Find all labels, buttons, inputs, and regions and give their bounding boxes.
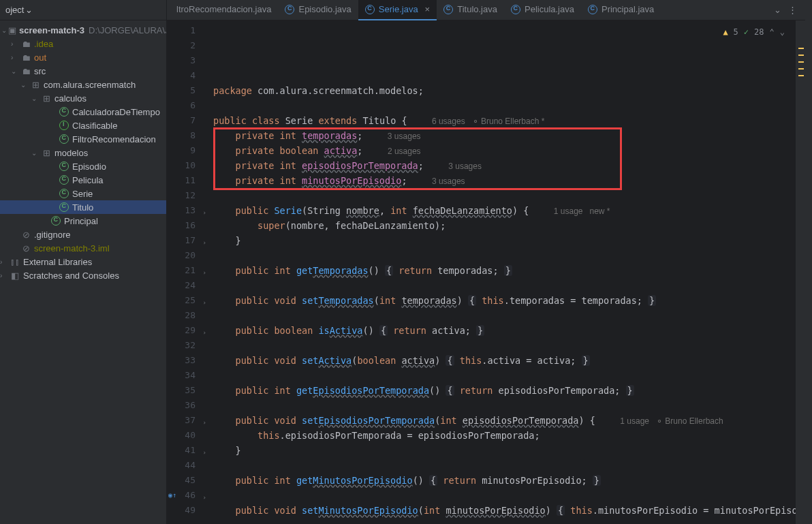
close-icon[interactable]: × [425,4,431,14]
code-line-24[interactable] [213,338,796,353]
tree-item-com-alura-screenmatch[interactable]: ⌄⊞com.alura.screenmatch [0,78,166,91]
tree-item-external-libraries[interactable]: ›⫿⫿External Libraries [0,255,166,268]
tree-label: Serie [72,189,93,199]
warning-icon[interactable]: ▲ [723,25,728,40]
chevron-icon[interactable]: ⌄ [31,95,40,102]
chevron-icon[interactable]: › [11,54,19,61]
code-line-8[interactable] [213,188,796,203]
error-stripe[interactable] [796,20,805,524]
tree-label: .idea [34,39,53,49]
tree-item-episodio[interactable]: Episodio [0,159,166,173]
chevron-icon[interactable]: › [0,272,8,279]
code-line-37[interactable]: public int getMinutosPorEpisodio() { ret… [213,473,796,488]
tree-label: CalculadoraDeTiempo [72,107,160,117]
code-line-10[interactable]: super(nombre, fechaDeLanzamiento); [213,218,796,233]
override-icon[interactable]: ◉↑ [168,488,176,503]
tree-item--idea[interactable]: ›🖿.idea [0,37,166,50]
tree-item-serie[interactable]: Serie [0,187,166,200]
tree-item-modelos[interactable]: ⌄⊞modelos [0,146,166,159]
main-area: ltroRecomendacion.javaEpisodio.javaSerie… [167,0,805,524]
code-line-17[interactable]: public void setTemporadas(int temporadas… [213,293,796,308]
ok-icon[interactable]: ✓ [744,25,749,40]
code-line-44[interactable] [213,518,796,524]
more-icon[interactable]: ⋮ [788,5,797,15]
code-line-41[interactable]: public void setMinutosPorEpisodio(int mi… [213,503,796,518]
chevron-down-icon[interactable]: ⌄ [25,5,33,15]
tab-episodio-java[interactable]: Episodio.java [278,0,358,20]
chevron-icon[interactable]: › [11,40,19,48]
fold-icon[interactable]: › [203,295,206,310]
tree-item-calculos[interactable]: ⌄⊞calculos [0,91,166,105]
code-line-13[interactable]: public int getTemporadas() { return temp… [213,263,796,278]
code-line-3[interactable]: public class Serie extends Titulo { 6 us… [213,113,796,128]
interface-icon [59,120,69,131]
tree-label: Titulo [72,202,93,213]
code-line-34[interactable]: this.episodiosPorTemporada = episodiosPo… [213,428,796,443]
code-line-40[interactable] [213,488,796,503]
tab-titulo-java[interactable]: Titulo.java [437,0,504,20]
code-line-29[interactable]: public int getEpisodiosPorTemporada() { … [213,383,796,398]
tab-pelicula-java[interactable]: Pelicula.java [504,0,581,20]
tab-principal-java[interactable]: Principal.java [581,0,661,20]
code-line-4[interactable]: private int temporadas; 3 usages [213,128,796,143]
fold-icon[interactable]: › [203,445,206,460]
caret-up-icon[interactable]: ⌃ [770,25,775,40]
code-line-2[interactable] [213,98,796,113]
tree-item-out[interactable]: ›🖿out [0,50,166,64]
code-line-35[interactable]: } [213,443,796,458]
tab-serie-java[interactable]: Serie.java× [358,0,437,20]
fold-icon[interactable]: › [203,325,206,340]
code-line-11[interactable]: } [213,233,796,248]
fold-icon[interactable]: › [203,235,206,250]
scratch-icon: ◧ [10,270,20,281]
tree-item-principal[interactable]: Principal [0,214,166,228]
code-line-9[interactable]: public Serie(String nombre, int fechaDeL… [213,203,796,218]
code-line-5[interactable]: private boolean activa; 2 usages [213,143,796,158]
class-icon [59,134,69,144]
tree-item-screen-match-3-iml[interactable]: ⊘screen-match-3.iml [0,241,166,255]
chevron-icon[interactable]: ⌄ [20,81,29,89]
code-line-6[interactable]: private int episodiosPorTemporada; 3 usa… [213,158,796,173]
code-line-25[interactable]: public void setActiva(boolean activa) { … [213,353,796,368]
caret-down-icon[interactable]: ⌄ [780,25,785,40]
fold-icon[interactable]: › [203,415,206,430]
code-line-16[interactable] [213,278,796,293]
tree-item-filtrorecomendacion[interactable]: FiltroRecomendacion [0,132,166,146]
chevron-icon[interactable]: › [0,258,8,266]
code-line-1[interactable]: package com.alura.screenmatch.modelos; [213,83,796,98]
project-tree[interactable]: ⌄ ▣ screen-match-3 D:\JORGE\ALURA\Ja ›🖿.… [0,20,166,524]
tree-item-src[interactable]: ⌄🖿src [0,64,166,78]
more-tabs-icon[interactable]: ⌄ [774,5,781,15]
tree-item-clasificable[interactable]: Clasificable [0,119,166,132]
code-line-36[interactable] [213,458,796,473]
tree-label: Episodio [72,161,106,172]
code-line-28[interactable] [213,368,796,383]
fold-icon[interactable]: › [203,490,206,505]
code-area[interactable]: ▲5 ✓28 ⌃ ⌄ package com.alura.screenmatch… [208,20,796,524]
tab-ltrorecomendacion-java[interactable]: ltroRecomendacion.java [170,0,278,20]
fold-icon[interactable]: › [203,205,206,220]
tree-item-pelicula[interactable]: Pelicula [0,173,166,187]
tree-item-titulo[interactable]: Titulo [0,200,166,214]
code-line-12[interactable] [213,248,796,263]
code-line-20[interactable] [213,308,796,323]
code-line-32[interactable] [213,398,796,413]
project-root[interactable]: ⌄ ▣ screen-match-3 D:\JORGE\ALURA\Ja [0,23,166,37]
tree-item--gitignore[interactable]: ⊘.gitignore [0,228,166,241]
tree-item-calculadoradetiempo[interactable]: CalculadoraDeTiempo [0,105,166,119]
inspections-widget[interactable]: ▲5 ✓28 ⌃ ⌄ [723,25,785,40]
code-line-7[interactable]: private int minutosPorEpisodio; 3 usages [213,173,796,188]
fold-icon[interactable]: › [203,265,206,280]
code-line-33[interactable]: public void setEpisodiosPorTemporada(int… [213,413,796,428]
package-icon: ⊞ [41,93,52,104]
chevron-down-icon[interactable]: ⌄ [1,27,7,34]
editor[interactable]: 12345678910111213›1617›2021›2425›2829›32… [167,20,805,524]
tree-item-scratches-and-consoles[interactable]: ›◧Scratches and Consoles [0,268,166,282]
tree-label: screen-match-3.iml [34,243,110,253]
tabs-actions: ⌄ ⋮ [774,5,802,15]
chevron-icon[interactable]: ⌄ [31,149,40,157]
class-icon [285,5,294,14]
chevron-icon[interactable]: ⌄ [11,67,19,75]
gutter: 12345678910111213›1617›2021›2425›2829›32… [167,20,208,524]
code-line-21[interactable]: public boolean isActiva() { return activ… [213,323,796,338]
